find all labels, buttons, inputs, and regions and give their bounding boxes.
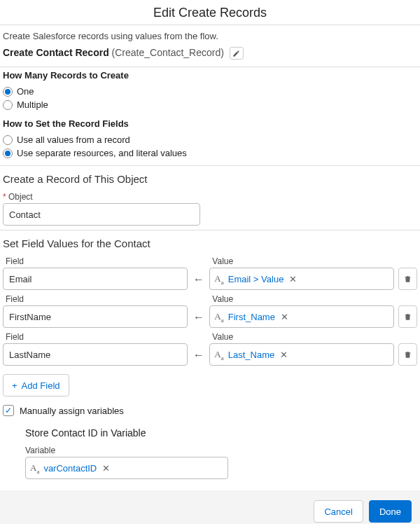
field-row: Field FirstName ← Value Aa First_Name ✕: [0, 291, 420, 329]
radio-one[interactable]: One: [0, 85, 420, 98]
radio-use-separate[interactable]: Use separate resources, and literal valu…: [0, 146, 420, 160]
delete-row-button[interactable]: [398, 268, 417, 290]
value-input[interactable]: Aa Email > Value ✕: [209, 268, 394, 290]
arrow-left-icon: ←: [192, 349, 205, 366]
value-label: Value: [209, 329, 394, 343]
field-row: Field LastName ← Value Aa Last_Name ✕: [0, 329, 420, 367]
text-type-icon: Aa: [214, 311, 223, 322]
object-input[interactable]: Contact: [3, 203, 200, 226]
pencil-icon: [232, 50, 240, 57]
remove-pill-icon[interactable]: ✕: [102, 463, 110, 474]
field-row: Field Email ← Value Aa Email > Value ✕: [0, 254, 420, 291]
delete-row-button[interactable]: [398, 343, 417, 366]
field-values-title: Set Field Values for the Contact: [0, 230, 420, 254]
dialog-title: Edit Create Records: [0, 0, 420, 25]
radio-label: Multiple: [17, 99, 48, 110]
dialog-footer: Cancel Done: [0, 490, 420, 524]
remove-pill-icon[interactable]: ✕: [289, 274, 297, 284]
object-section-title: Create a Record of This Object: [0, 166, 420, 189]
radio-icon: [3, 100, 13, 110]
value-label: Value: [209, 254, 394, 268]
edit-name-button[interactable]: [230, 47, 244, 60]
radio-icon: [3, 135, 13, 145]
text-type-icon: Aa: [30, 462, 39, 474]
how-set-title: How to Set the Record Fields: [0, 116, 420, 133]
value-pill: Email > Value: [228, 274, 284, 284]
arrow-left-icon: ←: [192, 311, 205, 328]
done-button[interactable]: Done: [369, 500, 412, 523]
arrow-left-icon: ←: [192, 273, 205, 290]
add-field-label: Add Field: [22, 380, 60, 391]
cancel-button[interactable]: Cancel: [314, 500, 363, 523]
record-label: Create Contact Record: [3, 47, 109, 58]
value-input[interactable]: Aa First_Name ✕: [209, 305, 394, 328]
add-field-button[interactable]: + Add Field: [3, 374, 69, 397]
value-input[interactable]: Aa Last_Name ✕: [209, 343, 394, 366]
radio-icon: [3, 149, 13, 158]
radio-multiple[interactable]: Multiple: [0, 98, 420, 111]
field-input[interactable]: FirstName: [3, 305, 188, 328]
dialog-description: Create Salesforce records using values f…: [0, 25, 420, 43]
remove-pill-icon[interactable]: ✕: [280, 350, 288, 360]
radio-use-all[interactable]: Use all values from a record: [0, 133, 420, 146]
record-api-name: (Create_Contact_Record): [112, 47, 224, 58]
text-type-icon: Aa: [214, 349, 223, 360]
manual-assign-checkbox[interactable]: ✓ Manually assign variables: [0, 401, 420, 420]
radio-icon: [3, 87, 13, 97]
manual-assign-label: Manually assign variables: [20, 406, 124, 416]
trash-icon: [403, 312, 412, 322]
variable-input[interactable]: Aa varContactID ✕: [25, 457, 228, 479]
field-label: Field: [3, 254, 188, 268]
object-field-label: Object: [0, 189, 420, 203]
trash-icon: [403, 350, 412, 359]
variable-pill: varContactID: [43, 463, 97, 474]
value-label: Value: [209, 291, 394, 305]
text-type-icon: Aa: [214, 273, 223, 284]
value-pill: Last_Name: [228, 350, 274, 360]
how-many-title: How Many Records to Create: [0, 67, 420, 85]
field-input[interactable]: LastName: [3, 343, 188, 366]
field-label: Field: [3, 329, 188, 343]
radio-label: One: [17, 86, 34, 97]
checkbox-icon: ✓: [3, 405, 14, 416]
radio-label: Use separate resources, and literal valu…: [17, 148, 187, 158]
radio-label: Use all values from a record: [17, 135, 130, 145]
field-label: Field: [3, 291, 188, 305]
value-pill: First_Name: [228, 312, 275, 322]
plus-icon: +: [12, 380, 18, 391]
remove-pill-icon[interactable]: ✕: [281, 312, 288, 322]
field-input[interactable]: Email: [3, 268, 188, 290]
delete-row-button[interactable]: [398, 305, 417, 328]
store-section-title: Store Contact ID in Variable: [25, 425, 420, 443]
trash-icon: [403, 275, 412, 284]
variable-field-label: Variable: [25, 443, 420, 457]
record-name-row: Create Contact Record (Create_Contact_Re…: [0, 43, 420, 67]
